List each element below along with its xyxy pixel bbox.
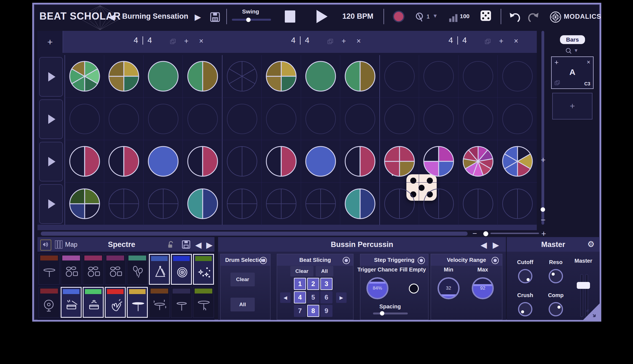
grid-horizontal-scrollbar[interactable] bbox=[41, 232, 468, 236]
quantize-magnifier-icon[interactable] bbox=[413, 10, 426, 24]
beat-circle[interactable] bbox=[265, 145, 297, 178]
beat-circle[interactable] bbox=[304, 145, 337, 178]
fill-empty-toggle[interactable] bbox=[409, 284, 419, 294]
beat-circle[interactable] bbox=[108, 145, 140, 178]
drum-pad[interactable] bbox=[127, 254, 148, 285]
drum-selection-clear-button[interactable]: Clear bbox=[230, 273, 255, 286]
beat-cell[interactable] bbox=[340, 55, 380, 97]
beat-circle[interactable] bbox=[462, 103, 494, 135]
bpm-display[interactable]: 120 BPM bbox=[333, 12, 383, 21]
grid-vertical-scrollbar[interactable] bbox=[541, 31, 544, 225]
drum-pad[interactable] bbox=[127, 287, 148, 318]
duplicate-section-icon[interactable] bbox=[484, 38, 491, 47]
beat-cell[interactable] bbox=[65, 55, 104, 97]
percussin-prev-button[interactable]: ◀ bbox=[481, 240, 487, 250]
quantize-value[interactable]: 1 bbox=[427, 13, 430, 20]
beat-circle[interactable] bbox=[265, 103, 297, 135]
drum-pad[interactable] bbox=[193, 254, 214, 285]
bar-card-a[interactable]: + × A C3 bbox=[551, 56, 594, 89]
drum-pad[interactable] bbox=[83, 287, 104, 318]
slice-page-prev-button[interactable]: ◀ bbox=[280, 292, 291, 303]
drum-pad[interactable] bbox=[39, 254, 60, 285]
beat-circle[interactable] bbox=[226, 145, 258, 178]
beat-cell[interactable] bbox=[183, 97, 222, 140]
beat-cell[interactable] bbox=[301, 182, 340, 225]
beat-circle[interactable] bbox=[462, 188, 494, 220]
beat-circle[interactable] bbox=[422, 60, 455, 93]
map-button[interactable]: Map bbox=[65, 241, 77, 248]
redo-icon[interactable] bbox=[527, 10, 541, 24]
swing-slider-handle[interactable] bbox=[246, 18, 251, 22]
bars-dropdown-icon[interactable]: ▼ bbox=[574, 48, 578, 53]
beat-circle[interactable] bbox=[501, 188, 534, 220]
trigger-chance-knob[interactable]: 84% bbox=[366, 277, 388, 299]
beat-cell[interactable] bbox=[104, 55, 144, 97]
beat-cell[interactable] bbox=[143, 140, 183, 183]
beat-cell[interactable] bbox=[458, 182, 498, 225]
beat-cell[interactable] bbox=[143, 97, 183, 140]
spacing-slider[interactable] bbox=[373, 313, 408, 314]
knob-cutoff[interactable] bbox=[518, 269, 532, 283]
slice-count-button[interactable]: 5 bbox=[307, 291, 319, 303]
beat-circle[interactable] bbox=[462, 145, 494, 178]
beat-cell[interactable] bbox=[65, 140, 104, 183]
beat-cell[interactable] bbox=[497, 97, 537, 140]
beat-cell[interactable] bbox=[104, 97, 144, 140]
add-track-button[interactable]: + bbox=[37, 31, 63, 53]
slice-page-next-button[interactable]: ▶ bbox=[336, 292, 347, 303]
play-button[interactable] bbox=[316, 10, 328, 23]
beat-cell[interactable] bbox=[222, 55, 262, 97]
spacing-slider-handle[interactable] bbox=[380, 311, 384, 316]
beat-circle[interactable] bbox=[186, 60, 219, 93]
map-grid-icon[interactable] bbox=[54, 240, 63, 249]
delete-section-icon[interactable]: × bbox=[514, 37, 518, 45]
beat-cell[interactable] bbox=[183, 55, 222, 97]
undo-icon[interactable] bbox=[508, 10, 521, 24]
beat-cell[interactable] bbox=[419, 140, 458, 183]
beat-cell[interactable] bbox=[65, 182, 104, 225]
beat-circle[interactable] bbox=[501, 60, 534, 93]
beat-cell[interactable] bbox=[379, 97, 419, 140]
slice-count-button[interactable]: 1 bbox=[294, 278, 306, 290]
beat-cell[interactable] bbox=[104, 140, 144, 183]
beat-cell[interactable] bbox=[183, 182, 222, 225]
beat-circle[interactable] bbox=[68, 103, 101, 135]
beat-cell[interactable] bbox=[261, 182, 301, 225]
beat-cell[interactable] bbox=[497, 182, 537, 225]
beat-circle[interactable] bbox=[186, 103, 219, 135]
beat-circle[interactable] bbox=[422, 103, 455, 135]
sampler-collapse-button[interactable] bbox=[40, 240, 51, 251]
percussin-next-button[interactable]: ▶ bbox=[493, 240, 499, 250]
beat-cell[interactable] bbox=[261, 55, 301, 97]
beat-circle[interactable] bbox=[108, 60, 140, 93]
next-preset-button[interactable]: ▶ bbox=[195, 12, 201, 22]
beat-cell[interactable] bbox=[419, 182, 458, 225]
beat-circle[interactable] bbox=[226, 103, 258, 135]
beat-circle[interactable] bbox=[68, 188, 101, 220]
time-signature[interactable]: 44 bbox=[281, 36, 320, 45]
beat-slicing-clear-button[interactable]: Clear bbox=[290, 266, 313, 276]
slice-count-button[interactable]: 3 bbox=[320, 278, 332, 290]
preset-title[interactable]: Burning Sensation bbox=[119, 12, 191, 21]
vertical-zoom-handle[interactable] bbox=[541, 207, 545, 212]
beat-cell[interactable] bbox=[301, 55, 340, 97]
add-section-icon[interactable]: + bbox=[184, 37, 189, 45]
beat-circle[interactable] bbox=[226, 188, 258, 220]
beat-circle[interactable] bbox=[383, 103, 416, 135]
time-signature[interactable]: 44 bbox=[124, 36, 162, 45]
beat-circle[interactable] bbox=[304, 60, 337, 93]
beat-cell[interactable] bbox=[301, 140, 340, 183]
duplicate-section-icon[interactable] bbox=[327, 38, 334, 47]
velocity-max-knob[interactable]: 92 bbox=[472, 277, 494, 299]
beat-circle[interactable] bbox=[147, 60, 179, 93]
drum-pad[interactable] bbox=[105, 254, 126, 285]
drum-pad[interactable] bbox=[83, 254, 104, 285]
beat-circle[interactable] bbox=[108, 103, 140, 135]
beat-cell[interactable] bbox=[458, 140, 498, 183]
beat-circle[interactable] bbox=[226, 60, 258, 93]
beat-circle[interactable] bbox=[304, 103, 337, 135]
beat-circle[interactable] bbox=[422, 145, 455, 178]
beat-cell[interactable] bbox=[261, 140, 301, 183]
modalics-logo-icon[interactable] bbox=[549, 10, 562, 24]
beat-circle[interactable] bbox=[147, 103, 179, 135]
